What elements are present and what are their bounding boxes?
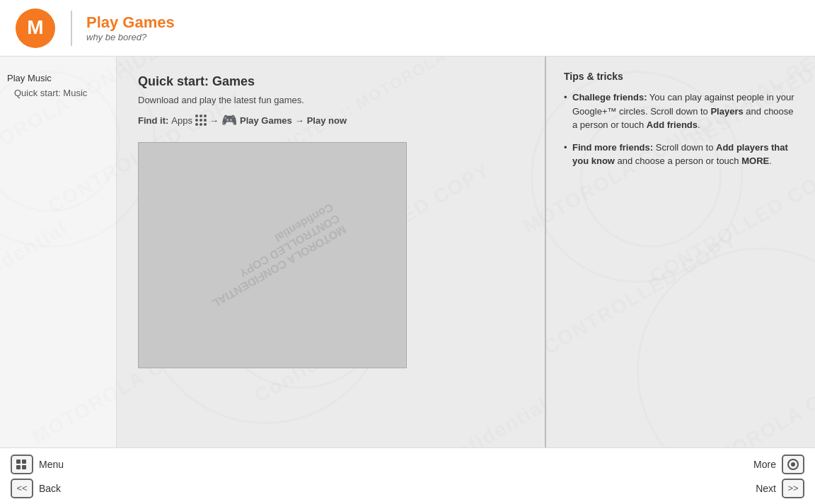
svg-rect-5 (22, 465, 26, 469)
nav-left: Menu << Back (11, 455, 124, 498)
page-title: Play Games (86, 13, 175, 32)
main-layout: M Play Games why be bored? Play Music Qu… (0, 0, 815, 504)
svg-rect-2 (16, 459, 21, 464)
section-desc: Download and play the latest fun games. (138, 95, 524, 105)
tips-title: Tips & tricks (564, 71, 797, 82)
more-label: More (753, 459, 776, 470)
next-button[interactable]: >> Next (753, 479, 804, 498)
play-now-label: Play now (307, 115, 347, 126)
apps-dots-icon (195, 115, 207, 127)
nav-right: More >> Next (753, 455, 804, 498)
more-icon (782, 455, 804, 474)
page-subtitle: why be bored? (86, 32, 175, 42)
back-icon: << (11, 479, 33, 498)
find-it-line: Find it: Apps (138, 112, 524, 128)
sidebar-item-play-music[interactable]: Play Music (7, 71, 109, 86)
apps-label: Apps (171, 115, 192, 126)
tip-item-1: Challege friends: You can play against p… (564, 90, 797, 132)
screenshot-image: MOTOROLA CONFIDENTIALCONTROLLED COPYConf… (138, 142, 407, 368)
menu-label: Menu (39, 459, 64, 470)
tip-2-bold: Find more friends: (572, 142, 653, 153)
screenshot-watermark: MOTOROLA CONFIDENTIALCONTROLLED COPYConf… (139, 143, 406, 368)
header-divider (71, 11, 72, 46)
svg-point-7 (791, 462, 795, 467)
svg-rect-3 (22, 459, 26, 464)
svg-text:M: M (27, 16, 43, 38)
sidebar: Play Music Quick start: Music (0, 57, 117, 447)
motorola-logo: M (14, 7, 57, 49)
content-area: Quick start: Games Download and play the… (117, 57, 815, 447)
back-button[interactable]: << Back (11, 479, 124, 498)
menu-icon (11, 455, 33, 474)
body-area: Play Music Quick start: Music Quick star… (0, 57, 815, 447)
svg-rect-4 (16, 465, 21, 469)
play-games-label: Play Games (240, 115, 292, 126)
sidebar-item-quick-start-music[interactable]: Quick start: Music (7, 86, 109, 100)
next-icon: >> (782, 479, 804, 498)
find-it-label: Find it: (138, 115, 168, 126)
apps-grid-icon (195, 115, 207, 126)
left-panel: Quick start: Games Download and play the… (117, 57, 546, 447)
menu-button[interactable]: Menu (11, 455, 124, 474)
gamepad-icon: 🎮 (221, 112, 237, 128)
arrow-1: → (209, 115, 219, 126)
right-panel: Tips & tricks Challege friends: You can … (546, 57, 815, 447)
header-text: Play Games why be bored? (86, 13, 175, 42)
tip-item-2: Find more friends: Scroll down to Add pl… (564, 141, 797, 168)
tip-1-bold: Challege friends: (572, 92, 647, 102)
section-title: Quick start: Games (138, 74, 524, 89)
bottom-nav: Menu << Back More >> Next (0, 447, 815, 504)
header: M Play Games why be bored? (0, 0, 815, 57)
next-label: Next (756, 483, 776, 494)
back-label: Back (39, 483, 61, 494)
more-button[interactable]: More (753, 455, 804, 474)
arrow-2: → (295, 115, 304, 126)
